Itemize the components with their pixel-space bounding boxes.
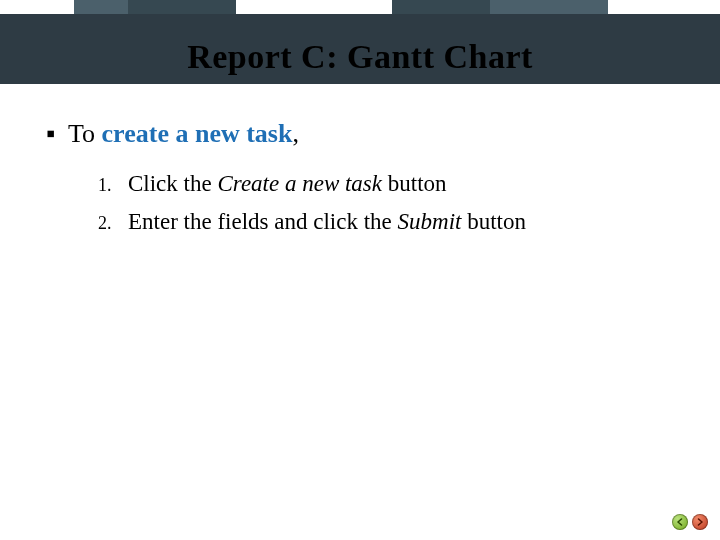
content-area: ▪To create a new task, 1. Click the Crea… (46, 116, 680, 242)
bullet-line: ▪To create a new task, (46, 116, 680, 152)
intro-link: create a new task (102, 119, 293, 148)
title-bar: Report C: Gantt Chart (0, 14, 720, 84)
step-em: Create a new task (217, 171, 382, 196)
bullet-icon: ▪ (46, 116, 68, 152)
slide-title: Report C: Gantt Chart (0, 38, 720, 76)
step-em: Submit (398, 209, 462, 234)
steps-list: 1. Click the Create a new task button 2.… (98, 166, 680, 239)
list-item: 1. Click the Create a new task button (98, 166, 680, 202)
step-number: 1. (98, 172, 128, 200)
arrow-left-icon (676, 518, 684, 526)
step-text: Click the Create a new task button (128, 166, 447, 202)
header-accent (128, 0, 236, 14)
nav-forward-button[interactable] (692, 514, 708, 530)
list-item: 2. Enter the fields and click the Submit… (98, 204, 680, 240)
slide: Report C: Gantt Chart ▪To create a new t… (0, 0, 720, 540)
step-number: 2. (98, 210, 128, 238)
header-accent (392, 0, 490, 14)
nav-buttons (672, 514, 708, 530)
step-text: Enter the fields and click the Submit bu… (128, 204, 526, 240)
intro-prefix: To (68, 119, 102, 148)
arrow-right-icon (696, 518, 704, 526)
intro-suffix: , (292, 119, 299, 148)
nav-back-button[interactable] (672, 514, 688, 530)
